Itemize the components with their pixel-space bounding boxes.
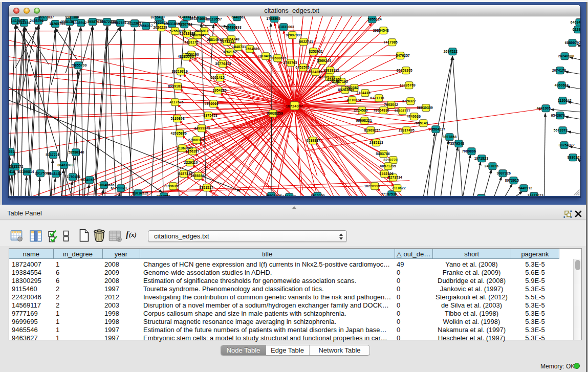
svg-text:31687165: 31687165 (332, 80, 348, 83)
svg-text:38754377: 38754377 (559, 143, 575, 147)
svg-text:2564689: 2564689 (246, 47, 259, 51)
svg-text:55667651: 55667651 (111, 21, 126, 25)
svg-text:7417985: 7417985 (384, 40, 398, 44)
svg-text:42035886: 42035886 (170, 132, 186, 135)
svg-text:6752576: 6752576 (296, 65, 310, 69)
svg-text:6171716: 6171716 (371, 96, 384, 100)
svg-text:68571795: 68571795 (380, 164, 396, 168)
svg-text:4841005: 4841005 (537, 106, 551, 110)
svg-text:1954280: 1954280 (212, 89, 226, 92)
svg-text:5273534: 5273534 (388, 176, 402, 179)
svg-text:2935113: 2935113 (369, 141, 383, 144)
svg-text:7685149: 7685149 (414, 121, 428, 125)
svg-text:10226999: 10226999 (364, 184, 380, 188)
svg-text:2375453: 2375453 (203, 114, 217, 117)
svg-text:7194416: 7194416 (357, 91, 371, 95)
svg-text:4191175: 4191175 (185, 40, 199, 44)
svg-text:7462506: 7462506 (380, 172, 394, 176)
svg-text:2458591: 2458591 (30, 19, 43, 23)
svg-text:13326769: 13326769 (400, 83, 416, 87)
svg-text:26240908: 26240908 (558, 54, 574, 58)
svg-text:96098221: 96098221 (356, 119, 372, 122)
svg-text:27566185: 27566185 (188, 138, 204, 142)
svg-text:44999379: 44999379 (194, 126, 210, 130)
svg-text:5137722: 5137722 (46, 153, 59, 157)
svg-text:8755439: 8755439 (150, 16, 164, 19)
svg-text:39854548: 39854548 (373, 29, 389, 32)
svg-text:5672073: 5672073 (554, 128, 568, 132)
svg-text:4117625: 4117625 (170, 100, 184, 104)
svg-text:68800797: 68800797 (565, 41, 580, 45)
svg-text:56930359: 56930359 (417, 106, 433, 110)
svg-text:5130808: 5130808 (170, 117, 184, 120)
svg-text:5569244: 5569244 (317, 59, 331, 62)
svg-text:2626229: 2626229 (153, 26, 167, 29)
svg-text:2074176: 2074176 (552, 69, 566, 72)
svg-text:7350753: 7350753 (178, 23, 192, 26)
svg-text:16818112: 16818112 (323, 69, 339, 72)
svg-text:1156287: 1156287 (186, 149, 200, 153)
svg-text:7089806: 7089806 (462, 149, 476, 153)
svg-text:4946066: 4946066 (204, 102, 218, 105)
svg-text:39219319: 39219319 (171, 70, 187, 73)
svg-text:8290770: 8290770 (384, 158, 398, 162)
svg-text:6279418: 6279418 (9, 170, 15, 173)
svg-text:7110622: 7110622 (392, 186, 406, 190)
svg-text:8999183: 8999183 (168, 84, 182, 88)
svg-text:2016911: 2016911 (195, 29, 209, 33)
svg-text:77187530: 77187530 (381, 192, 397, 196)
svg-text:3253031: 3253031 (309, 50, 323, 53)
svg-text:6543670: 6543670 (551, 114, 565, 117)
svg-text:5476257: 5476257 (396, 54, 410, 57)
svg-text:9897858: 9897858 (443, 135, 456, 139)
svg-text:8930103: 8930103 (568, 156, 580, 159)
svg-text:1971823: 1971823 (474, 157, 488, 160)
svg-text:92097999: 92097999 (286, 33, 302, 37)
svg-text:6855396: 6855396 (190, 174, 204, 178)
svg-text:81016525: 81016525 (132, 191, 148, 195)
svg-text:1120642: 1120642 (558, 99, 572, 102)
svg-text:61220073: 61220073 (111, 186, 126, 190)
svg-text:4740036: 4740036 (407, 115, 421, 118)
svg-text:6440561: 6440561 (231, 16, 245, 19)
svg-text:95899313: 95899313 (179, 16, 195, 18)
svg-text:24665841: 24665841 (190, 33, 206, 37)
svg-text:96977837: 96977837 (38, 16, 54, 19)
svg-text:8351517: 8351517 (199, 186, 213, 189)
svg-text:3684052: 3684052 (80, 178, 94, 182)
svg-text:2556017: 2556017 (139, 24, 153, 28)
svg-text:3762152: 3762152 (223, 50, 236, 54)
svg-text:87490893: 87490893 (226, 26, 242, 29)
svg-text:2262382: 2262382 (345, 86, 359, 90)
svg-text:2795765: 2795765 (284, 61, 297, 64)
svg-text:45935572: 45935572 (9, 165, 24, 168)
svg-text:4860684: 4860684 (555, 83, 569, 87)
svg-text:99038359: 99038359 (267, 112, 283, 115)
svg-text:30776478: 30776478 (215, 62, 231, 65)
svg-text:2437026: 2437026 (485, 164, 498, 168)
svg-text:63100814: 63100814 (18, 170, 34, 173)
svg-text:77834855: 77834855 (307, 70, 322, 74)
svg-text:58586340: 58586340 (68, 150, 84, 154)
svg-text:1538552: 1538552 (9, 150, 15, 154)
svg-text:18724007: 18724007 (286, 104, 303, 107)
svg-text:81969657: 81969657 (364, 128, 380, 132)
svg-text:2694522: 2694522 (444, 50, 458, 53)
svg-text:2229110: 2229110 (184, 161, 198, 164)
svg-text:7003042: 7003042 (384, 103, 398, 106)
svg-text:9961380: 9961380 (65, 16, 79, 19)
svg-text:6229731: 6229731 (573, 28, 580, 31)
svg-text:2724590: 2724590 (354, 108, 368, 112)
svg-text:8210624: 8210624 (347, 98, 361, 102)
svg-text:70855700: 70855700 (71, 63, 86, 67)
svg-text:1768805: 1768805 (267, 17, 280, 20)
svg-text:5446912: 5446912 (518, 186, 532, 190)
svg-text:48285503: 48285503 (178, 55, 193, 58)
svg-text:65259205: 65259205 (397, 69, 412, 72)
svg-text:38688676: 38688676 (271, 56, 287, 60)
svg-text:78064830: 78064830 (374, 108, 389, 112)
svg-text:8973915: 8973915 (505, 179, 519, 182)
svg-text:7818496: 7818496 (258, 54, 272, 58)
svg-text:9548432: 9548432 (48, 172, 61, 176)
svg-text:1848731: 1848731 (232, 45, 246, 49)
